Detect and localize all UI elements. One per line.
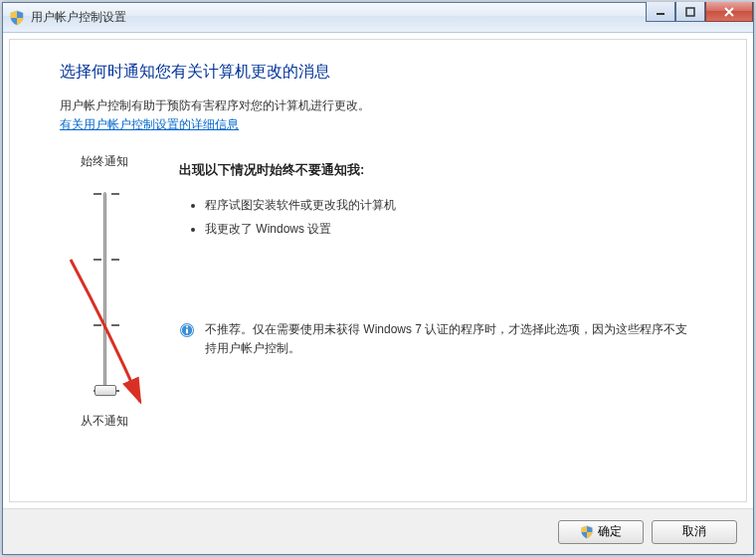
maximize-button[interactable] — [675, 2, 705, 22]
cancel-button[interactable]: 取消 — [652, 520, 737, 544]
info-icon — [179, 322, 195, 338]
titlebar: 用户帐户控制设置 — [3, 3, 753, 33]
more-info-link[interactable]: 有关用户帐户控制设置的详细信息 — [60, 117, 239, 131]
button-bar: 确定 取消 — [3, 508, 753, 554]
window-controls — [646, 2, 753, 22]
shield-icon — [580, 525, 594, 539]
uac-settings-window: 用户帐户控制设置 选择何时通知您有关计算机更改的消息 用户帐户控制有助于预防有害… — [2, 2, 754, 555]
close-button[interactable] — [705, 2, 753, 22]
window-title: 用户帐户控制设置 — [31, 9, 126, 26]
slider-area: 始终通知 从不通知 出现以下情况时始终不要通知我: 程序试图安装软件或更改我的计… — [60, 153, 696, 430]
slider-track[interactable] — [103, 192, 106, 391]
slider-tick — [94, 259, 119, 261]
slider-thumb[interactable] — [94, 385, 116, 396]
info-text: 不推荐。仅在需要使用未获得 Windows 7 认证的程序时，才选择此选项，因为… — [205, 320, 696, 358]
svg-point-6 — [186, 325, 188, 327]
slider-track-container — [75, 182, 134, 401]
shield-icon — [9, 10, 25, 26]
svg-rect-1 — [686, 8, 694, 16]
slider-label-always: 始终通知 — [81, 153, 128, 170]
content-area: 选择何时通知您有关计算机更改的消息 用户帐户控制有助于预防有害程序对您的计算机进… — [9, 39, 747, 502]
cancel-button-label: 取消 — [682, 523, 706, 540]
svg-rect-5 — [186, 329, 188, 334]
slider-column: 始终通知 从不通知 — [60, 153, 149, 430]
svg-rect-0 — [657, 13, 664, 15]
bullet-item: 程序试图安装软件或更改我的计算机 — [205, 193, 696, 217]
bullet-list: 程序试图安装软件或更改我的计算机 我更改了 Windows 设置 — [179, 193, 696, 241]
ok-button[interactable]: 确定 — [558, 520, 644, 544]
slider-label-never: 从不通知 — [81, 413, 128, 430]
slider-tick — [94, 193, 119, 195]
minimize-button[interactable] — [646, 2, 675, 22]
page-heading: 选择何时通知您有关计算机更改的消息 — [60, 62, 696, 83]
detail-column: 出现以下情况时始终不要通知我: 程序试图安装软件或更改我的计算机 我更改了 Wi… — [179, 153, 696, 430]
ok-button-label: 确定 — [598, 523, 622, 540]
bullet-item: 我更改了 Windows 设置 — [205, 217, 696, 241]
description-text: 用户帐户控制有助于预防有害程序对您的计算机进行更改。 — [60, 96, 696, 114]
slider-tick — [94, 324, 119, 326]
info-row: 不推荐。仅在需要使用未获得 Windows 7 认证的程序时，才选择此选项，因为… — [179, 320, 696, 358]
detail-heading: 出现以下情况时始终不要通知我: — [179, 161, 696, 179]
